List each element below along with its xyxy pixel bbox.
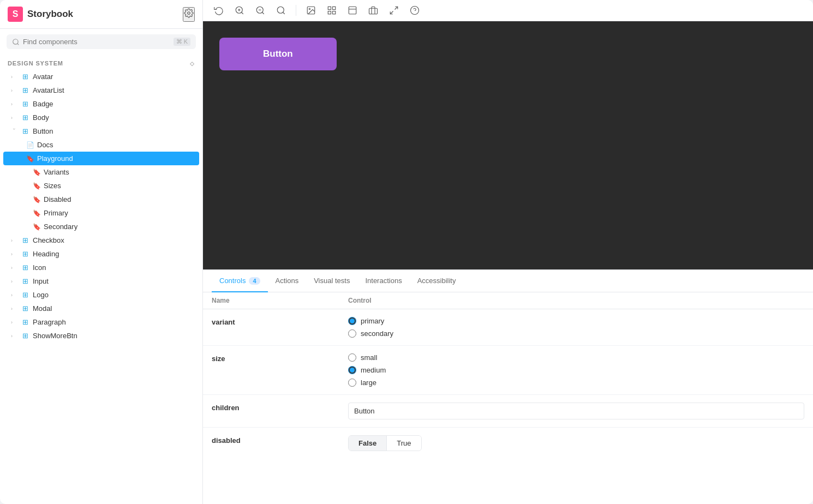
sidebar-item-paragraph[interactable]: › ⊞ Paragraph (0, 315, 202, 329)
component-icon: ⊞ (21, 277, 29, 285)
sidebar-item-modal[interactable]: › ⊞ Modal (0, 302, 202, 315)
radio-input-secondary[interactable] (348, 329, 356, 338)
search-bar[interactable]: ⌘ K (7, 34, 196, 49)
svg-rect-14 (328, 7, 331, 9)
grid-button[interactable] (324, 3, 340, 17)
sidebar-item-avatarlist[interactable]: › ⊞ AvatarList (0, 83, 202, 97)
tab-interactions[interactable]: Interactions (357, 270, 409, 292)
zoom-in-button[interactable] (231, 3, 248, 17)
tab-label: Actions (276, 277, 299, 285)
sidebar-subitem-disabled[interactable]: 🔖 Disabled (0, 193, 202, 206)
radio-input-primary[interactable] (348, 317, 356, 325)
tab-visual-tests[interactable]: Visual tests (306, 270, 357, 292)
expand-arrow-icon: › (11, 128, 17, 135)
sidebar-item-label: Icon (33, 263, 46, 272)
tab-badge: 4 (249, 277, 260, 285)
sidebar-subitem-label: Secondary (44, 223, 77, 231)
zoom-out-icon (255, 5, 265, 15)
component-icon: ⊞ (21, 250, 29, 258)
radio-input-medium[interactable] (348, 366, 356, 374)
sidebar-subitem-primary[interactable]: 🔖 Primary (0, 206, 202, 220)
svg-rect-15 (333, 7, 336, 9)
zoom-out-button[interactable] (252, 3, 268, 17)
expand-arrow-icon: › (11, 292, 17, 298)
component-icon: ⊞ (21, 113, 29, 122)
radio-input-large[interactable] (348, 379, 356, 387)
preview-button[interactable]: Button (219, 38, 337, 70)
component-icon: ⊞ (21, 236, 29, 244)
image-icon (306, 5, 316, 15)
layout-button[interactable] (344, 3, 361, 17)
search-input[interactable] (23, 38, 170, 46)
row-control-children (348, 403, 804, 419)
viewport-button[interactable] (365, 3, 381, 17)
sidebar-item-showmorebtn[interactable]: › ⊞ ShowMoreBtn (0, 329, 202, 343)
sidebar-item-label: Modal (33, 304, 52, 313)
fullscreen-button[interactable] (386, 3, 402, 17)
row-name-size: size (212, 353, 348, 363)
radio-primary[interactable]: primary (348, 317, 804, 325)
svg-rect-20 (369, 8, 378, 14)
table-row: variant primary secondary (203, 309, 813, 346)
sidebar-item-label: Heading (33, 250, 59, 258)
settings-button[interactable] (183, 7, 195, 22)
toggle-false-button[interactable]: False (349, 436, 387, 451)
table-header: Name Control (203, 292, 813, 309)
image-button[interactable] (303, 3, 319, 17)
reset-icon (214, 5, 224, 15)
radio-medium[interactable]: medium (348, 366, 804, 374)
radio-label-small: small (361, 353, 377, 362)
radio-secondary[interactable]: secondary (348, 329, 804, 338)
tab-accessibility[interactable]: Accessibility (410, 270, 464, 292)
component-icon: ⊞ (21, 127, 29, 135)
sidebar-item-checkbox[interactable]: › ⊞ Checkbox (0, 233, 202, 247)
tab-controls[interactable]: Controls 4 (212, 270, 268, 292)
radio-large[interactable]: large (348, 379, 804, 387)
reset-zoom-button[interactable] (273, 3, 289, 17)
help-icon (410, 5, 420, 15)
sidebar-nav: DESIGN SYSTEM ◇ › ⊞ Avatar › ⊞ AvatarLis… (0, 55, 202, 504)
tab-actions[interactable]: Actions (268, 270, 307, 292)
sidebar-item-badge[interactable]: › ⊞ Badge (0, 97, 202, 111)
story-icon: 🔖 (26, 155, 34, 163)
reset-button[interactable] (211, 3, 227, 17)
col-name-header: Name (212, 297, 348, 304)
radio-input-small[interactable] (348, 353, 356, 362)
sidebar-subitem-sizes[interactable]: 🔖 Sizes (0, 179, 202, 193)
sidebar-item-input[interactable]: › ⊞ Input (0, 274, 202, 288)
sidebar-item-label: Badge (33, 100, 53, 108)
component-icon: ⊞ (21, 304, 29, 313)
radio-small[interactable]: small (348, 353, 804, 362)
children-text-input[interactable] (348, 403, 804, 419)
sidebar-subitem-variants[interactable]: 🔖 Variants (0, 165, 202, 179)
reset-zoom-icon (276, 5, 286, 15)
sidebar-subitem-label: Docs (37, 141, 53, 149)
toggle-true-button[interactable]: True (387, 436, 421, 451)
sidebar-subitem-docs[interactable]: 📄 Docs (0, 138, 202, 152)
sidebar-item-icon[interactable]: › ⊞ Icon (0, 261, 202, 274)
row-name-disabled: disabled (212, 435, 348, 445)
svg-line-2 (17, 43, 19, 45)
expand-arrow-icon: › (11, 101, 17, 107)
component-icon: ⊞ (21, 86, 29, 94)
col-control-header: Control (348, 297, 804, 304)
sidebar-item-button[interactable]: › ⊞ Button (0, 124, 202, 138)
controls-table: Name Control variant primary secondary (203, 292, 813, 504)
search-icon (12, 38, 20, 46)
svg-line-4 (241, 12, 243, 14)
expand-arrow-icon: › (11, 279, 17, 284)
sidebar-subitem-playground[interactable]: 🔖 Playground (3, 152, 199, 165)
help-button[interactable] (406, 3, 423, 17)
sidebar-item-heading[interactable]: › ⊞ Heading (0, 247, 202, 261)
expand-arrow-icon: › (11, 238, 17, 243)
app-logo: S Storybook (8, 7, 73, 22)
svg-point-13 (309, 8, 310, 9)
sidebar-item-body[interactable]: › ⊞ Body (0, 111, 202, 124)
sidebar-item-logo[interactable]: › ⊞ Logo (0, 288, 202, 302)
svg-line-8 (262, 12, 264, 14)
sidebar-item-avatar[interactable]: › ⊞ Avatar (0, 70, 202, 83)
component-icon: ⊞ (21, 318, 29, 326)
sidebar-subitem-secondary[interactable]: 🔖 Secondary (0, 220, 202, 233)
section-header[interactable]: DESIGN SYSTEM ◇ (0, 57, 202, 70)
toolbar (203, 0, 813, 21)
